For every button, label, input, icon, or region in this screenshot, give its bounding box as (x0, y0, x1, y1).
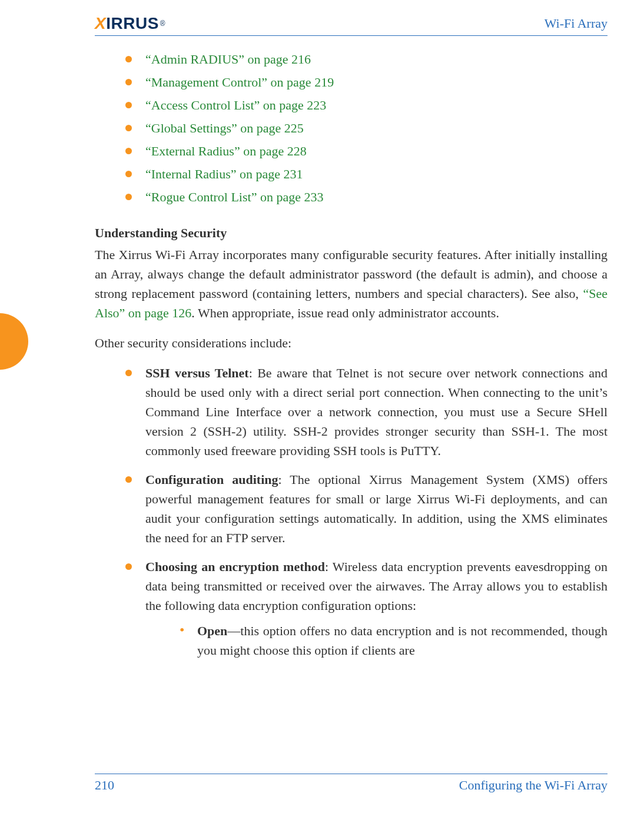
list-item-lead: Open (197, 623, 227, 638)
xref-link[interactable]: “Internal Radius” on page 231 (125, 164, 608, 184)
page-header: XIRRUS® Wi-Fi Array (95, 12, 608, 36)
list-item: SSH versus Telnet: Be aware that Telnet … (125, 363, 608, 460)
page-content: “Admin RADIUS” on page 216 “Management C… (95, 46, 608, 760)
xref-link[interactable]: “Rogue Control List” on page 233 (125, 187, 608, 207)
document-title: Wi-Fi Array (545, 16, 608, 31)
page-number: 210 (95, 778, 114, 793)
xref-link[interactable]: “Access Control List” on page 223 (125, 95, 608, 115)
considerations-list: SSH versus Telnet: Be aware that Telnet … (95, 363, 608, 660)
section-tab-marker (0, 313, 28, 370)
page-footer: 210 Configuring the Wi-Fi Array (95, 774, 608, 793)
xref-link[interactable]: “External Radius” on page 228 (125, 141, 608, 161)
list-item-lead: Configuration auditing (145, 472, 278, 487)
list-item-lead: Choosing an encryption method (145, 559, 325, 574)
list-item: Open—this option offers no data encrypti… (180, 621, 608, 660)
paragraph-text: The Xirrus Wi-Fi Array incorporates many… (95, 247, 608, 301)
list-item-text: —this option offers no data encryption a… (197, 623, 608, 658)
xref-link[interactable]: “Global Settings” on page 225 (125, 118, 608, 138)
body-paragraph: Other security considerations include: (95, 333, 608, 353)
xref-link[interactable]: “Admin RADIUS” on page 216 (125, 49, 608, 69)
list-item: Configuration auditing: The optional Xir… (125, 470, 608, 547)
page: XIRRUS® Wi-Fi Array “Admin RADIUS” on pa… (0, 0, 644, 813)
xref-link[interactable]: “Management Control” on page 219 (125, 72, 608, 92)
brand-logo: XIRRUS® (95, 15, 165, 32)
footer-section-title: Configuring the Wi-Fi Array (459, 778, 608, 793)
encryption-options-list: Open—this option offers no data encrypti… (145, 621, 608, 660)
cross-reference-list: “Admin RADIUS” on page 216 “Management C… (95, 49, 608, 207)
paragraph-text: . When appropriate, issue read only admi… (191, 306, 499, 320)
body-paragraph: The Xirrus Wi-Fi Array incorporates many… (95, 245, 608, 323)
section-heading: Understanding Security (95, 223, 608, 243)
list-item-lead: SSH versus Telnet (145, 366, 249, 380)
brand-logo-text: XIRRUS® (95, 15, 165, 32)
list-item: Choosing an encryption method: Wireless … (125, 557, 608, 660)
